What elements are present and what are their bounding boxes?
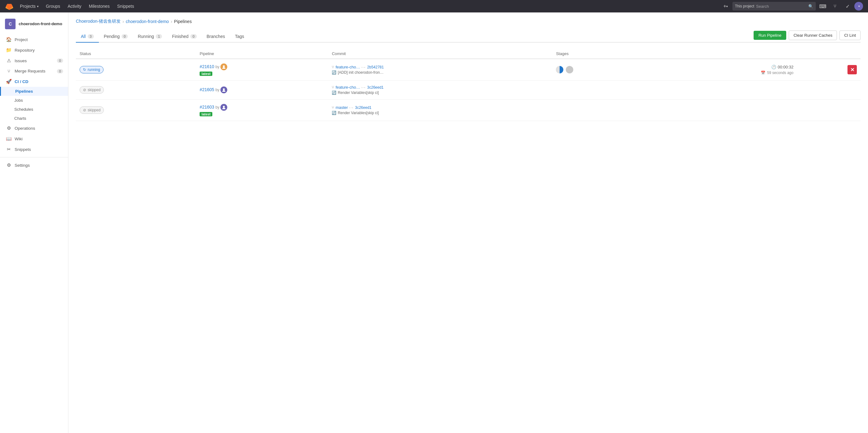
commit-msg-icon-0: 🔄 (332, 70, 336, 75)
sidebar-item-operations[interactable]: ⚙ Operations (0, 123, 68, 134)
issues-icon: ⚠ (6, 58, 11, 63)
nav-milestones[interactable]: Milestones (85, 0, 114, 12)
table-row: ⊘ skipped #21603 by latest ⑂ master ◦→ 3… (76, 99, 861, 121)
issues-badge: 0 (57, 58, 63, 63)
duration-cell-2 (646, 99, 797, 121)
tab-running-badge: 1 (156, 34, 162, 38)
commit-hash-2[interactable]: 3c26eed1 (355, 106, 372, 110)
project-avatar: C (5, 19, 16, 29)
status-cell-0: ↻ running (76, 59, 196, 81)
svg-point-2 (223, 106, 225, 108)
folder-icon: 📁 (6, 47, 11, 53)
status-badge-1: ⊘ skipped (80, 86, 104, 94)
stages-col-2 (552, 99, 646, 121)
tabs-bar: All 3 Pending 0 Running 1 Finished 0 Bra… (76, 30, 861, 42)
sidebar-item-wiki[interactable]: 📖 Wiki (0, 134, 68, 144)
tab-finished[interactable]: Finished 0 (167, 31, 202, 42)
sidebar-item-repository[interactable]: 📁 Repository (0, 45, 68, 55)
pipeline-id-0[interactable]: #21610 (199, 64, 214, 69)
chevron-down-icon: ▾ (37, 5, 38, 8)
branch-name-2[interactable]: master (336, 105, 348, 110)
user-avatar-0 (220, 63, 227, 70)
tab-actions: Run Pipeline Clear Runner Caches CI Lint (753, 30, 861, 42)
sidebar-item-project[interactable]: 🏠 Project (0, 34, 68, 45)
status-icon-0: ↻ (83, 67, 86, 72)
commit-cell-2: ⑂ master ◦→ 3c26eed1 🔄 Render Variables[… (328, 99, 552, 121)
svg-point-1 (223, 88, 225, 90)
run-pipeline-button[interactable]: Run Pipeline (753, 31, 786, 40)
tab-pending[interactable]: Pending 0 (99, 31, 133, 42)
commit-hash-0[interactable]: 2b542781 (367, 65, 384, 69)
nav-projects[interactable]: Projects ▾ (16, 0, 42, 12)
stage-running-0[interactable] (556, 66, 563, 74)
tab-finished-badge: 0 (190, 34, 196, 38)
commit-arrow-2: ◦→ (349, 106, 354, 110)
ci-lint-button[interactable]: CI Lint (839, 30, 861, 40)
sidebar-item-snippets[interactable]: ✂ Snippets (0, 144, 68, 154)
actions-cell-1 (797, 81, 861, 99)
stage-pending-0[interactable] (566, 66, 573, 74)
clear-runner-caches-button[interactable]: Clear Runner Caches (789, 30, 837, 40)
gitlab-logo[interactable] (5, 2, 14, 10)
breadcrumb: Choerodon-猪齿鱼研发 › choerodon-front-demo ›… (76, 19, 861, 24)
merge-icon: ⑂ (6, 68, 11, 74)
sidebar-sub-item-charts[interactable]: Charts (0, 114, 68, 123)
branch-icon-2: ⑂ (332, 105, 334, 110)
label-latest-0: latest (199, 71, 212, 76)
table-row: ↻ running #21610 by latest ⑂ feature-cho… (76, 59, 861, 81)
sidebar-item-settings[interactable]: ⚙ Settings (0, 160, 68, 170)
nav-groups[interactable]: Groups (42, 0, 64, 12)
sidebar-item-issues[interactable]: ⚠ Issues 0 (0, 55, 68, 66)
tab-running[interactable]: Running 1 (133, 31, 167, 42)
svg-point-0 (223, 65, 225, 67)
breadcrumb-org[interactable]: Choerodon-猪齿鱼研发 (76, 19, 121, 24)
breadcrumb-project[interactable]: choerodon-front-demo (126, 19, 169, 24)
tab-all[interactable]: All 3 (76, 31, 99, 42)
commit-arrow-0: ◦→ (361, 65, 366, 69)
commit-msg-icon-1: 🔄 (332, 90, 336, 95)
duration-cell-1 (646, 81, 797, 99)
tab-branches[interactable]: Branches (202, 31, 230, 42)
sidebar-item-cicd[interactable]: 🚀 CI / CD (0, 76, 68, 87)
pipeline-cell-2: #21603 by latest (196, 99, 328, 121)
clock-icon-0: 🕐 (771, 65, 776, 69)
pipeline-id-1[interactable]: #21605 (199, 87, 214, 92)
search-container: This project 🔍 (733, 2, 816, 10)
duration-cell-0: 🕐 00:00:32 📅 59 seconds ago (646, 59, 797, 81)
search-input[interactable] (756, 4, 808, 9)
pipeline-cell-1: #21605 by (196, 81, 328, 99)
home-icon: 🏠 (6, 37, 11, 42)
sidebar-sub-item-jobs[interactable]: Jobs (0, 96, 68, 105)
commit-cell-0: ⑂ feature-cho… ◦→ 2b542781 🔄 [ADD] init … (328, 59, 552, 81)
mr-badge: 0 (57, 69, 63, 74)
pipeline-id-2[interactable]: #21603 (199, 105, 214, 110)
sidebar: C choerodon-front-demo 🏠 Project 📁 Repos… (0, 12, 68, 433)
todos-icon[interactable]: ✓ (842, 1, 853, 12)
merge-requests-icon[interactable]: ⑂ (830, 1, 841, 12)
avatar-chevron-icon: ▾ (858, 5, 860, 8)
commit-cell-1: ⑂ feature-cho… ◦→ 3c26eed1 🔄 Render Vari… (328, 81, 552, 99)
user-avatar[interactable]: ▾ (854, 2, 863, 10)
cancel-button-0[interactable]: ✕ (847, 65, 857, 74)
label-latest-2: latest (199, 112, 212, 116)
nav-activity[interactable]: Activity (64, 0, 85, 12)
sidebar-sub-item-pipelines[interactable]: Pipelines (0, 87, 68, 96)
breadcrumb-current: Pipelines (174, 19, 192, 24)
sidebar-sub-item-schedules[interactable]: Schedules (0, 105, 68, 114)
nav-snippets[interactable]: Snippets (114, 0, 138, 12)
calendar-icon-0: 📅 (761, 70, 766, 75)
new-item-button[interactable]: + ▾ (720, 1, 731, 12)
branch-name-0[interactable]: feature-cho… (336, 65, 360, 69)
sidebar-divider (0, 157, 68, 157)
sidebar-item-merge-requests[interactable]: ⑂ Merge Requests 0 (0, 66, 68, 76)
terminal-icon[interactable]: ⌨ (817, 1, 828, 12)
commit-hash-1[interactable]: 3c26eed1 (367, 85, 384, 90)
stages-cell-0 (556, 66, 642, 74)
col-status: Status (76, 49, 196, 59)
actions-cell-2 (797, 99, 861, 121)
tab-tags[interactable]: Tags (230, 31, 249, 42)
breadcrumb-sep-2: › (171, 19, 172, 24)
main-content: Choerodon-猪齿鱼研发 › choerodon-front-demo ›… (68, 12, 868, 433)
branch-name-1[interactable]: feature-cho… (336, 85, 360, 90)
stages-col-0 (552, 59, 646, 81)
